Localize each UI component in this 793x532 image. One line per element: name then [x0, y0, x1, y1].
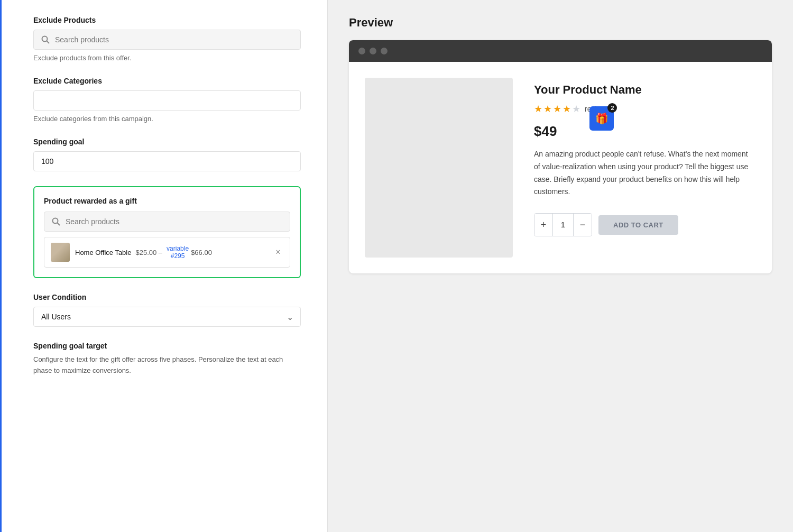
preview-product-name: Your Product Name	[534, 83, 756, 97]
product-info: Home Office Table $25.00 – variable #295…	[75, 245, 269, 260]
exclude-products-helper: Exclude products from this offer.	[33, 54, 301, 62]
star-5: ★	[572, 103, 580, 115]
star-4: ★	[563, 103, 571, 115]
user-condition-label: User Condition	[33, 293, 301, 301]
product-thumbnail	[51, 243, 70, 262]
gift-badge: 🎁 2	[589, 106, 614, 131]
star-3: ★	[553, 103, 561, 115]
exclude-categories-input[interactable]	[33, 90, 301, 111]
spending-goal-section: Spending goal	[33, 137, 301, 171]
spending-goal-input[interactable]	[33, 151, 301, 171]
left-panel: Exclude Products Exclude products from t…	[0, 0, 328, 532]
svg-point-2	[53, 218, 58, 224]
gift-section-label: Product rewarded as a gift	[44, 197, 290, 205]
add-to-cart-row: + 1 − ADD TO CART	[534, 213, 756, 236]
svg-line-1	[47, 41, 50, 44]
product-price-dash: –	[159, 249, 162, 256]
quantity-stepper: + 1 −	[534, 213, 592, 236]
add-to-cart-button[interactable]: ADD TO CART	[598, 215, 678, 235]
spending-goal-target-label: Spending goal target	[33, 342, 301, 350]
titlebar-dot-3	[381, 48, 388, 54]
exclude-products-search-wrapper[interactable]	[33, 30, 301, 50]
preview-product-details: Your Product Name ★ ★ ★ ★ ★ reviews 🎁 2	[534, 78, 756, 236]
product-link-line1: variable	[167, 245, 189, 252]
star-2: ★	[543, 103, 552, 115]
exclude-products-input[interactable]	[55, 35, 293, 44]
exclude-products-section: Exclude Products Exclude products from t…	[33, 16, 301, 62]
remove-product-button[interactable]: ×	[273, 247, 283, 258]
gift-search-wrapper[interactable]	[44, 212, 290, 232]
gift-search-input[interactable]	[66, 217, 282, 226]
product-name: Home Office Table	[75, 249, 131, 256]
exclude-categories-label: Exclude Categories	[33, 77, 301, 85]
spending-goal-label: Spending goal	[33, 137, 301, 146]
product-variable-link[interactable]: variable #295	[167, 245, 189, 260]
preview-stars-row: ★ ★ ★ ★ ★ reviews 🎁 2	[534, 103, 756, 115]
product-link-line2: #295	[171, 252, 185, 260]
qty-plus-button[interactable]: −	[574, 214, 592, 236]
product-price-max: $66.00	[191, 249, 212, 256]
svg-line-3	[58, 223, 60, 226]
exclude-categories-helper: Exclude categories from this campaign.	[33, 115, 301, 123]
exclude-categories-section: Exclude Categories Exclude categories fr…	[33, 77, 301, 123]
star-1: ★	[534, 103, 542, 115]
stars-container: ★ ★ ★ ★ ★	[534, 103, 580, 115]
preview-content: Your Product Name ★ ★ ★ ★ ★ reviews 🎁 2	[349, 62, 772, 273]
preview-card: Your Product Name ★ ★ ★ ★ ★ reviews 🎁 2	[349, 40, 772, 273]
user-condition-select-wrapper: All Users Logged In Guest ⌄	[33, 307, 301, 327]
right-panel: Preview Your Product Name ★ ★ ★ ★ ★	[328, 0, 793, 532]
exclude-products-label: Exclude Products	[33, 16, 301, 24]
gift-product-item: Home Office Table $25.00 – variable #295…	[44, 237, 290, 268]
user-condition-select[interactable]: All Users Logged In Guest	[33, 307, 301, 327]
search-icon	[41, 35, 50, 44]
svg-point-0	[42, 36, 48, 42]
spending-goal-target-description: Configure the text for the gift offer ac…	[33, 354, 301, 377]
product-price-min: $25.00	[135, 249, 156, 256]
gift-icon: 🎁	[595, 112, 608, 125]
preview-title: Preview	[349, 16, 772, 30]
titlebar-dot-1	[358, 48, 365, 54]
user-condition-section: User Condition All Users Logged In Guest…	[33, 293, 301, 327]
gift-search-icon	[52, 217, 60, 226]
preview-description: An amazing product people can't refuse. …	[534, 148, 756, 198]
gift-badge-count: 2	[607, 103, 617, 113]
preview-price: $49	[534, 123, 756, 140]
spending-goal-target-section: Spending goal target Configure the text …	[33, 342, 301, 377]
titlebar-dot-2	[370, 48, 376, 54]
gift-section: Product rewarded as a gift Home Office T…	[33, 186, 301, 278]
product-image-placeholder	[365, 78, 513, 258]
qty-value: 1	[552, 214, 574, 236]
product-price: $25.00 –	[135, 249, 162, 256]
qty-minus-button[interactable]: +	[534, 214, 552, 236]
preview-titlebar	[349, 40, 772, 62]
